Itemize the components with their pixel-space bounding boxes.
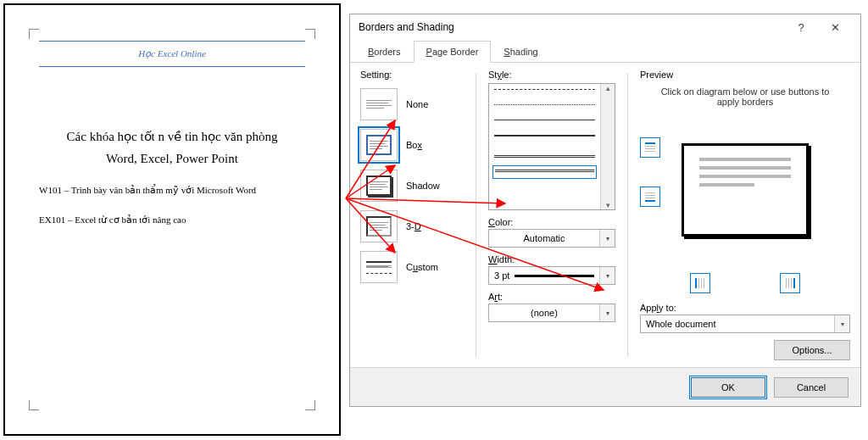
doc-line-1: W101 – Trình bày văn bản thẩm mỹ với Mic…: [39, 185, 305, 196]
apply-to-combo[interactable]: Whole document ▾: [640, 315, 850, 333]
header-title: Học Excel Online: [34, 48, 310, 59]
setting-shadow[interactable]: Shadow: [360, 170, 464, 202]
color-value: Automatic: [489, 233, 599, 243]
art-combo[interactable]: (none) ▾: [488, 304, 615, 322]
titlebar: Borders and Shading ? ✕: [350, 14, 860, 40]
border-right-button[interactable]: [780, 273, 800, 293]
doc-heading-1: Các khóa học tốt n về tin học văn phòng: [34, 126, 310, 147]
svg-rect-11: [704, 278, 704, 288]
setting-box-label: Box: [406, 140, 422, 150]
width-combo[interactable]: 3 pt ▾: [488, 266, 615, 285]
svg-rect-6: [645, 195, 655, 196]
border-top-button[interactable]: [640, 137, 660, 158]
options-button[interactable]: Options...: [774, 340, 850, 360]
svg-rect-13: [786, 278, 787, 288]
svg-rect-15: [791, 278, 792, 288]
svg-rect-14: [788, 278, 789, 288]
tab-shading-label: hading: [510, 47, 538, 57]
tab-borders[interactable]: Borders: [355, 41, 414, 63]
chevron-down-icon: ▾: [599, 304, 615, 321]
svg-rect-1: [645, 146, 655, 147]
dialog-footer: OK Cancel: [350, 367, 860, 406]
scroll-up-icon: ▴: [606, 84, 610, 92]
tab-strip: Borders Page Border Shading: [350, 40, 860, 63]
art-label: Art:: [488, 292, 615, 302]
width-value: 3 pt: [489, 270, 515, 281]
options-label: Options...: [792, 345, 832, 355]
art-value: (none): [489, 308, 599, 318]
preview-hint: Click on diagram below or use buttons to…: [657, 86, 833, 107]
chevron-down-icon: ▾: [599, 267, 615, 284]
tab-shading[interactable]: Shading: [491, 41, 550, 63]
svg-rect-2: [645, 148, 655, 149]
svg-rect-9: [698, 278, 699, 288]
color-combo[interactable]: Automatic ▾: [488, 229, 615, 248]
setting-custom-label: Custom: [406, 262, 438, 272]
preview-label: Preview: [640, 70, 850, 80]
style-column: Style: ▴▾ Color: Automatic ▾ Width:: [488, 70, 615, 360]
setting-3d[interactable]: 3-D: [360, 210, 464, 242]
width-preview-line: [515, 275, 594, 277]
border-left-button[interactable]: [690, 273, 710, 293]
svg-rect-8: [695, 278, 697, 288]
setting-3d-label: 3-D: [406, 221, 421, 231]
cancel-button[interactable]: Cancel: [774, 377, 849, 398]
setting-shadow-label: Shadow: [406, 181, 440, 191]
help-icon: ?: [798, 21, 804, 34]
svg-rect-7: [645, 198, 655, 198]
apply-to-value: Whole document: [641, 319, 834, 329]
document-page: Học Excel Online Các khóa học tốt n về t…: [3, 3, 341, 436]
doc-line-2: EX101 – Excel từ cơ bản tới nâng cao: [39, 214, 305, 226]
chevron-down-icon: ▾: [599, 230, 615, 247]
header-rule-bottom: [39, 66, 305, 67]
separator-1: [476, 73, 476, 357]
style-label: Style:: [488, 70, 615, 80]
svg-rect-4: [645, 200, 655, 202]
cancel-label: Cancel: [797, 382, 826, 393]
style-listbox[interactable]: ▴▾: [488, 83, 615, 210]
preview-column: Preview Click on diagram below or use bu…: [640, 70, 850, 360]
setting-column: Setting: None Box Shadow 3-D Custom: [360, 70, 464, 360]
chevron-down-icon: ▾: [834, 315, 849, 332]
dialog-title: Borders and Shading: [359, 21, 784, 33]
header-rule-top: [39, 41, 305, 42]
tab-borders-label: orders: [374, 47, 400, 57]
close-button[interactable]: ✕: [818, 14, 852, 40]
scroll-down-icon: ▾: [606, 201, 610, 209]
setting-box[interactable]: Box: [360, 129, 464, 161]
apply-to-label: Apply to:: [640, 303, 850, 313]
svg-rect-10: [701, 278, 702, 288]
border-bottom-button[interactable]: [640, 187, 660, 207]
svg-rect-0: [645, 142, 655, 144]
style-selected[interactable]: [492, 165, 597, 179]
width-label: Width:: [488, 254, 615, 265]
preview-area: [640, 114, 850, 266]
ok-button[interactable]: OK: [691, 377, 765, 398]
separator-2: [627, 73, 628, 357]
doc-heading-2: Word, Excel, Power Point: [34, 152, 310, 166]
style-scrollbar[interactable]: ▴▾: [600, 84, 615, 209]
preview-diagram[interactable]: [682, 143, 809, 237]
svg-rect-5: [645, 192, 655, 193]
svg-rect-3: [645, 151, 655, 152]
borders-shading-dialog: Borders and Shading ? ✕ Borders Page Bor…: [349, 14, 861, 407]
svg-rect-12: [793, 278, 795, 288]
help-button[interactable]: ?: [784, 14, 818, 40]
ok-label: OK: [721, 382, 735, 393]
setting-none-label: None: [406, 99, 428, 109]
close-icon: ✕: [831, 21, 840, 34]
setting-label: Setting:: [360, 70, 464, 80]
setting-none[interactable]: None: [360, 88, 464, 120]
tab-page-border[interactable]: Page Border: [414, 41, 492, 63]
tab-page-border-label: age Border: [432, 47, 478, 57]
setting-custom[interactable]: Custom: [360, 251, 464, 283]
color-label: Color:: [488, 217, 615, 227]
